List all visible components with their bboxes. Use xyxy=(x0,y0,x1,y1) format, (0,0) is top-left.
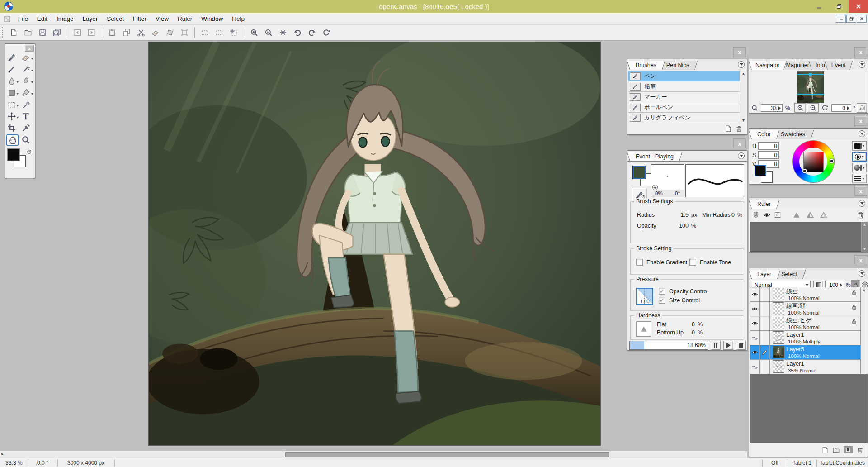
layer-edit-cell[interactable] xyxy=(760,316,770,330)
layer-visibility-eye-icon[interactable] xyxy=(750,302,760,316)
blur-tool-dropdown-icon[interactable]: ▾ xyxy=(17,80,19,84)
navigator-zoom-in-button[interactable] xyxy=(794,103,806,113)
ruler-panel-close-icon[interactable]: x xyxy=(854,186,867,196)
save-icon[interactable] xyxy=(37,27,48,38)
zoom-in-icon[interactable] xyxy=(248,27,260,38)
new-layer-icon[interactable] xyxy=(821,446,829,454)
tab-layer[interactable]: Layer xyxy=(751,270,777,279)
tab-event-playing[interactable]: Event - Playing xyxy=(630,152,679,161)
text-tool[interactable] xyxy=(21,112,30,121)
sv-handle[interactable] xyxy=(802,169,807,173)
copy-icon[interactable] xyxy=(121,27,132,38)
layer-editing-pencil-icon[interactable] xyxy=(760,345,770,359)
actual-size-icon[interactable] xyxy=(277,27,289,38)
layer-row-selected[interactable]: Layer5100% Normal xyxy=(750,345,860,360)
selection-frame-icon[interactable] xyxy=(179,27,190,38)
navigator-thumbnail[interactable] xyxy=(797,71,824,103)
delete-layer-icon[interactable] xyxy=(856,446,864,454)
tab-magnifier[interactable]: Magnifier xyxy=(782,61,813,70)
navigator-panel-close-icon[interactable]: x xyxy=(854,47,867,57)
menu-window[interactable]: Window xyxy=(197,14,227,24)
select-rect-icon[interactable] xyxy=(199,27,211,38)
playback-progress-bar[interactable]: 18.60% xyxy=(629,341,708,350)
toolbar-grip[interactable] xyxy=(2,27,4,38)
layer-edit-cell[interactable] xyxy=(760,302,770,316)
brush-list-scrollbar[interactable]: ▲▼ xyxy=(740,71,747,123)
color-mode-sliders-button[interactable]: ▾ xyxy=(852,174,867,183)
canvas[interactable] xyxy=(148,42,601,446)
tab-pen-nibs[interactable]: Pen Nibs xyxy=(660,61,695,70)
paste-icon[interactable] xyxy=(106,27,118,38)
opacity-control-checkbox[interactable] xyxy=(659,288,665,295)
layer-panel-close-icon[interactable]: x xyxy=(854,255,867,265)
ruler-snap-icon[interactable] xyxy=(752,211,760,219)
brush-tool[interactable] xyxy=(7,65,16,74)
layer-visibility-eye-icon[interactable] xyxy=(750,316,760,330)
color-panel-close-icon[interactable]: x xyxy=(854,116,867,126)
layer-visibility-wave-icon[interactable] xyxy=(750,331,760,345)
tab-event[interactable]: Event xyxy=(827,61,850,70)
menu-filter[interactable]: Filter xyxy=(128,14,151,24)
layer-mask-button[interactable] xyxy=(844,446,853,453)
shape-tool[interactable] xyxy=(7,88,16,97)
redo-icon[interactable] xyxy=(306,27,318,38)
navigator-menu-dropdown-icon[interactable] xyxy=(859,61,865,68)
brushes-panel-close-icon[interactable]: x xyxy=(733,47,746,57)
ruler-sheet-icon[interactable] xyxy=(774,211,782,219)
layer-row[interactable]: 線画100% Normal xyxy=(750,287,860,302)
magic-wand-tool[interactable] xyxy=(21,100,30,109)
document-close-button[interactable] xyxy=(857,15,867,23)
select-free-icon[interactable] xyxy=(213,27,225,38)
step-back-icon[interactable] xyxy=(71,27,83,38)
zoom-out-icon[interactable] xyxy=(263,27,274,38)
new-layer-folder-icon[interactable] xyxy=(832,446,840,454)
minimize-button[interactable] xyxy=(810,0,828,13)
menu-ruler[interactable]: Ruler xyxy=(173,14,197,24)
undo-icon[interactable] xyxy=(292,27,303,38)
restore-button[interactable] xyxy=(830,0,848,13)
menu-edit[interactable]: Edit xyxy=(33,14,52,24)
size-control-checkbox[interactable] xyxy=(659,297,665,304)
color-mode-sphere-button[interactable]: ▾ xyxy=(852,163,867,172)
step-forward-icon[interactable] xyxy=(86,27,98,38)
fill-tool[interactable] xyxy=(21,88,30,97)
airbrush-tool-dropdown-icon[interactable]: ▾ xyxy=(31,68,33,72)
ruler-parallel-icon[interactable] xyxy=(793,211,801,219)
layer-menu-dropdown-icon[interactable] xyxy=(859,270,865,277)
ruler-visibility-icon[interactable] xyxy=(763,211,771,219)
pen-tool[interactable] xyxy=(7,53,16,62)
brush-list-item[interactable]: マーカー xyxy=(628,92,740,102)
step-play-button[interactable] xyxy=(723,341,733,350)
shape-tool-dropdown-icon[interactable]: ▾ xyxy=(17,92,19,96)
brush-list-item[interactable]: カリグラフィペン xyxy=(628,113,740,123)
brush-list-item[interactable]: 鉛筆 xyxy=(628,81,740,92)
eyedropper-tool[interactable] xyxy=(21,124,30,133)
move-tool-dropdown-icon[interactable]: ▾ xyxy=(17,115,19,119)
brushes-menu-dropdown-icon[interactable] xyxy=(738,61,745,68)
menu-layer[interactable]: Layer xyxy=(78,14,103,24)
stop-button[interactable] xyxy=(736,341,746,350)
layer-edit-cell[interactable] xyxy=(760,331,770,345)
saturation-field[interactable]: 0 xyxy=(758,151,779,159)
move-tool[interactable] xyxy=(7,112,16,121)
navigator-rotate-icon[interactable] xyxy=(821,104,829,111)
menu-select[interactable]: Select xyxy=(102,14,128,24)
layer-row[interactable]: 線画:ヒゲ100% Normal xyxy=(750,316,860,331)
event-foreground-swatch[interactable] xyxy=(633,166,646,179)
layer-visibility-eye-icon[interactable] xyxy=(750,287,760,301)
event-menu-dropdown-icon[interactable] xyxy=(738,152,745,159)
cut-icon[interactable] xyxy=(135,27,147,38)
tab-navigator[interactable]: Navigator xyxy=(751,61,784,70)
pause-button[interactable] xyxy=(711,341,721,350)
color-toggle-icon[interactable] xyxy=(27,150,31,154)
save-as-icon[interactable] xyxy=(51,27,63,38)
layer-edit-cell[interactable] xyxy=(760,287,770,301)
brush-list-item[interactable]: ボールペン xyxy=(628,102,740,113)
smudge-tool[interactable] xyxy=(21,76,30,86)
ruler-menu-dropdown-icon[interactable] xyxy=(859,200,865,207)
color-mode-square-button[interactable]: ▾ xyxy=(852,141,867,151)
delete-brush-icon[interactable] xyxy=(735,125,743,133)
transform-icon[interactable] xyxy=(164,27,176,38)
color-mode-wheel-button[interactable]: ▾ xyxy=(852,152,867,162)
fill-tool-dropdown-icon[interactable]: ▾ xyxy=(31,92,33,96)
